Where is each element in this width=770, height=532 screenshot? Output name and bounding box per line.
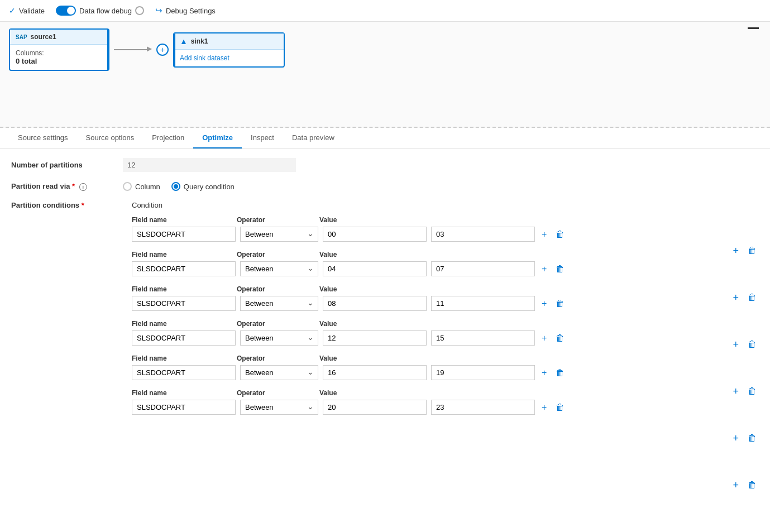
partition-read-via-label: Partition read via * i: [11, 182, 123, 191]
value-input-6a[interactable]: [323, 400, 427, 415]
value-input-2b[interactable]: [431, 261, 535, 276]
field-input-1[interactable]: [132, 227, 236, 242]
tab-data-preview[interactable]: Data preview: [283, 128, 343, 148]
validate-button[interactable]: ✓ Validate: [9, 6, 45, 15]
debug-settings-button[interactable]: ↪ Debug Settings: [155, 6, 216, 16]
delete-row-btn-1[interactable]: 🗑: [553, 228, 567, 241]
field-input-4[interactable]: [132, 330, 236, 346]
outer-delete-btn-1[interactable]: 🗑: [745, 245, 759, 257]
add-row-btn-3[interactable]: +: [539, 298, 549, 310]
condition-6-row: Between Equals + 🗑: [132, 400, 717, 415]
debug-toggle-switch[interactable]: [56, 6, 76, 16]
debug-status-circle: [135, 6, 144, 15]
validate-label: Validate: [19, 7, 45, 15]
condition-group-4: Field name Operator Value Between Equals: [123, 320, 717, 346]
sap-logo: SAP: [16, 34, 27, 40]
outer-delete-btn-4[interactable]: 🗑: [745, 385, 759, 397]
condition-4-headers: Field name Operator Value: [132, 320, 717, 328]
outer-add-btn-1[interactable]: +: [730, 244, 741, 258]
sink-node-header: ▲ sink1: [174, 33, 284, 50]
condition-4-row: Between Equals + 🗑: [132, 330, 717, 346]
condition-group-2: Field name Operator Value Between Equals: [123, 251, 717, 276]
operator-header-6: Operator: [237, 389, 315, 397]
value-input-4a[interactable]: [323, 330, 427, 346]
source-node-name: source1: [31, 33, 56, 41]
delete-row-btn-5[interactable]: 🗑: [553, 367, 567, 379]
add-row-btn-2[interactable]: +: [539, 263, 549, 275]
num-partitions-row: Number of partitions: [11, 158, 759, 172]
add-row-btn-6[interactable]: +: [539, 401, 549, 414]
add-row-btn-4[interactable]: +: [539, 332, 549, 344]
value-header-3: Value: [319, 285, 337, 293]
outer-delete-btn-5[interactable]: 🗑: [745, 432, 759, 444]
value-input-5b[interactable]: [431, 365, 535, 380]
field-input-3[interactable]: [132, 296, 236, 311]
outer-add-btn-3[interactable]: +: [730, 338, 741, 352]
operator-select-6[interactable]: Between Equals: [240, 400, 318, 415]
add-row-btn-5[interactable]: +: [539, 367, 549, 379]
field-name-header-3: Field name: [132, 285, 232, 293]
num-partitions-label: Number of partitions: [11, 161, 123, 169]
outer-add-btn-2[interactable]: +: [730, 291, 741, 305]
info-icon[interactable]: i: [79, 183, 87, 191]
tab-inspect[interactable]: Inspect: [242, 128, 283, 148]
outer-add-btn-6[interactable]: +: [730, 478, 741, 492]
value-input-3b[interactable]: [431, 296, 535, 311]
operator-select-1[interactable]: Between Equals Greater than Less than: [240, 227, 318, 242]
sink-node[interactable]: ▲ sink1 Add sink dataset: [173, 32, 285, 68]
delete-row-btn-6[interactable]: 🗑: [553, 401, 567, 414]
value-input-2a[interactable]: [323, 261, 427, 276]
value-header-4: Value: [319, 320, 337, 328]
operator-select-4[interactable]: Between Equals: [240, 330, 318, 346]
conditions-outer-wrapper: Field name Operator Value Between Equals…: [123, 216, 759, 509]
field-input-5[interactable]: [132, 365, 236, 380]
tab-source-options[interactable]: Source options: [77, 128, 144, 148]
value-input-6b[interactable]: [431, 400, 535, 415]
flow-arrow: [109, 49, 152, 50]
outer-add-btn-5[interactable]: +: [730, 432, 741, 445]
delete-row-btn-3[interactable]: 🗑: [553, 298, 567, 310]
partition-conditions-row: Partition conditions * Condition Field n…: [11, 201, 759, 509]
operator-header-1: Operator: [237, 216, 315, 224]
value-input-1b[interactable]: [431, 227, 535, 242]
value-input-3a[interactable]: [323, 296, 427, 311]
value-input-4b[interactable]: [431, 330, 535, 346]
tab-projection[interactable]: Projection: [143, 128, 193, 148]
outer-delete-btn-2[interactable]: 🗑: [745, 291, 759, 304]
outer-delete-btn-6[interactable]: 🗑: [745, 479, 759, 491]
value-input-1a[interactable]: [323, 227, 427, 242]
field-input-2[interactable]: [132, 261, 236, 276]
condition-3-headers: Field name Operator Value: [132, 285, 717, 293]
source-node[interactable]: SAP source1 Columns: 0 total: [9, 28, 109, 71]
add-node-button[interactable]: +: [156, 44, 169, 56]
radio-column[interactable]: Column: [123, 182, 160, 191]
arrow-line: [114, 49, 147, 50]
minimize-button[interactable]: [748, 27, 759, 29]
condition-1-row: Between Equals Greater than Less than + …: [132, 227, 717, 242]
tab-source-settings[interactable]: Source settings: [9, 128, 77, 148]
data-flow-debug-toggle[interactable]: Data flow debug: [56, 6, 144, 16]
delete-row-btn-4[interactable]: 🗑: [553, 332, 567, 344]
conditions-list: Field name Operator Value Between Equals…: [123, 216, 717, 424]
num-partitions-input[interactable]: [123, 158, 296, 172]
operator-select-5[interactable]: Between Equals: [240, 365, 318, 380]
field-name-header-5: Field name: [132, 354, 232, 362]
add-row-btn-1[interactable]: +: [539, 228, 549, 241]
operator-select-wrapper-1: Between Equals Greater than Less than: [240, 227, 318, 242]
field-input-6[interactable]: [132, 400, 236, 415]
tabs-bar: Source settings Source options Projectio…: [0, 128, 770, 149]
value-header-5: Value: [319, 354, 337, 362]
outer-delete-btn-3[interactable]: 🗑: [745, 338, 759, 351]
condition-header-label: Condition: [123, 201, 759, 209]
radio-query-condition[interactable]: Query condition: [171, 182, 235, 191]
tab-optimize[interactable]: Optimize: [193, 128, 242, 148]
radio-circle-query-condition: [171, 182, 180, 191]
delete-row-btn-2[interactable]: 🗑: [553, 263, 567, 275]
check-icon: ✓: [9, 6, 16, 15]
outer-add-btn-4[interactable]: +: [730, 385, 741, 399]
operator-select-3[interactable]: Between Equals: [240, 296, 318, 311]
value-input-5a[interactable]: [323, 365, 427, 380]
sink-node-body: Add sink dataset: [174, 50, 284, 66]
operator-select-2[interactable]: Between Equals: [240, 261, 318, 276]
value-header-6: Value: [319, 389, 337, 397]
